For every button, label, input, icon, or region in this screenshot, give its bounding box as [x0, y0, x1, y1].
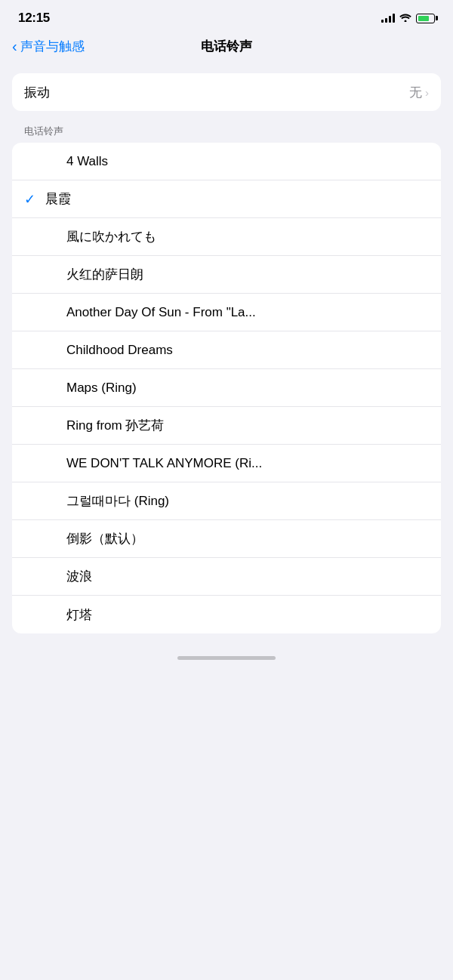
home-indicator: [177, 656, 276, 660]
ringtone-name: 火红的萨日朗: [66, 266, 429, 283]
back-chevron-icon: ‹: [12, 39, 17, 54]
ringtone-item-huohong[interactable]: 火红的萨日朗: [12, 256, 441, 294]
ringtone-item-geureoldaemada[interactable]: 그럴때마다 (Ring): [12, 482, 441, 520]
vibration-current: 无: [409, 84, 422, 101]
vibration-row[interactable]: 振动 无 ›: [12, 73, 441, 111]
status-bar: 12:15: [0, 0, 453, 32]
status-time: 12:15: [18, 11, 50, 26]
checkmark-icon: ✓: [24, 191, 45, 208]
ringtone-name: 그럴때마다 (Ring): [66, 492, 429, 510]
battery-icon: [416, 14, 435, 23]
wifi-icon: [399, 13, 411, 24]
ringtone-item-mapsring[interactable]: Maps (Ring): [12, 369, 441, 407]
ringtone-item-4walls[interactable]: 4 Walls: [12, 143, 441, 180]
ringtone-item-childhooddreams[interactable]: Childhood Dreams: [12, 331, 441, 369]
ringtone-name: 倒影（默认）: [66, 530, 429, 547]
vibration-label: 振动: [24, 84, 50, 101]
ringtone-item-kazenikaware[interactable]: 風に吹かれても: [12, 218, 441, 256]
ringtone-name: Childhood Dreams: [66, 343, 429, 358]
back-label: 声音与触感: [20, 38, 85, 55]
ringtone-list: 4 Walls ✓ 晨霞 風に吹かれても 火红的萨日朗 Another Day …: [12, 143, 441, 633]
ringtone-name: Ring from 孙艺荷: [66, 417, 429, 434]
ringtone-name: 波浪: [66, 568, 429, 585]
page-title: 电话铃声: [201, 38, 252, 55]
ringtone-item-wedonttalkanymore[interactable]: WE DON'T TALK ANYMORE (Ri...: [12, 445, 441, 482]
ringtone-item-bolang[interactable]: 波浪: [12, 558, 441, 596]
vibration-value: 无 ›: [409, 84, 429, 101]
ringtone-item-anotherdayofsun[interactable]: Another Day Of Sun - From "La...: [12, 294, 441, 331]
status-icons: [381, 13, 435, 24]
ringtone-name: 風に吹かれても: [66, 228, 429, 245]
ringtone-section: 电话铃声 4 Walls ✓ 晨霞 風に吹かれても 火红的萨日朗 Another…: [0, 120, 453, 633]
signal-icon: [381, 14, 395, 23]
ringtone-name: Maps (Ring): [66, 381, 429, 396]
ringtone-section-label: 电话铃声: [0, 120, 453, 143]
ringtone-item-dengta[interactable]: 灯塔: [12, 596, 441, 633]
chevron-right-icon: ›: [425, 86, 429, 99]
ringtone-name: 晨霞: [45, 190, 429, 208]
ringtone-name: 4 Walls: [66, 154, 429, 169]
ringtone-item-daoying[interactable]: 倒影（默认）: [12, 520, 441, 558]
ringtone-name: 灯塔: [66, 606, 429, 624]
vibration-card: 振动 无 ›: [12, 73, 441, 111]
vibration-section: 振动 无 ›: [0, 73, 453, 111]
ringtone-name: Another Day Of Sun - From "La...: [66, 305, 429, 320]
back-button[interactable]: ‹ 声音与触感: [12, 38, 85, 55]
ringtone-item-chenxia[interactable]: ✓ 晨霞: [12, 180, 441, 218]
ringtone-name: WE DON'T TALK ANYMORE (Ri...: [66, 456, 429, 471]
ringtone-item-ringfrom[interactable]: Ring from 孙艺荷: [12, 407, 441, 445]
nav-bar: ‹ 声音与触感 电话铃声: [0, 32, 453, 64]
